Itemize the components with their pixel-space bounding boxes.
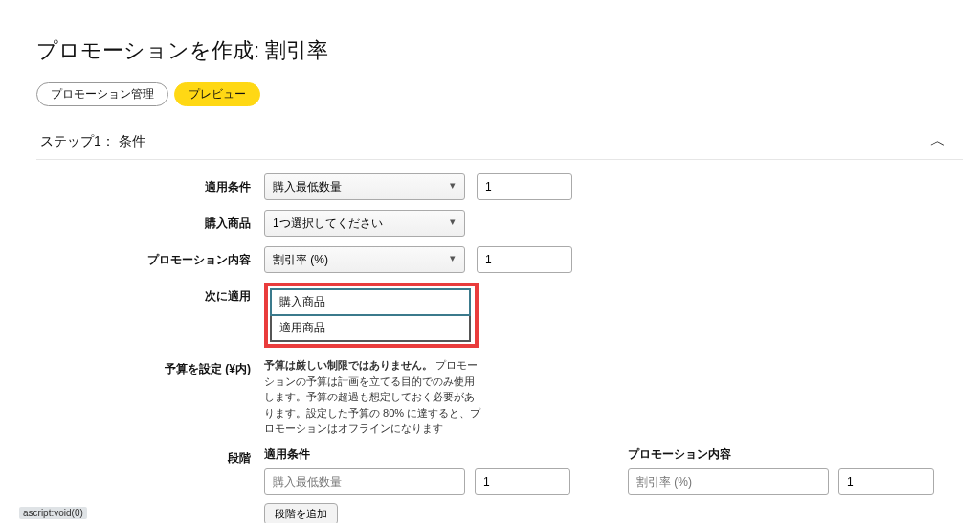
label-budget: 予算を設定 (¥内) bbox=[54, 355, 264, 377]
input-tier-promo-value[interactable] bbox=[838, 468, 934, 495]
input-promo-value[interactable] bbox=[477, 246, 572, 273]
pill-promotion-manage[interactable]: プロモーション管理 bbox=[36, 82, 168, 106]
pill-preview[interactable]: プレビュー bbox=[174, 82, 260, 106]
section-title: ステップ1： 条件 bbox=[40, 133, 145, 150]
pill-nav: プロモーション管理 プレビュー bbox=[36, 82, 963, 106]
input-tier-condition-value[interactable] bbox=[475, 468, 570, 495]
add-tier-button[interactable]: 段階を追加 bbox=[264, 503, 338, 524]
chevron-up-icon: ︿ bbox=[930, 131, 955, 151]
option-purchased-products[interactable]: 購入商品 bbox=[270, 288, 471, 316]
page-title: プロモーションを作成: 割引率 bbox=[36, 36, 963, 65]
select-product[interactable]: 1つ選択してください bbox=[264, 210, 465, 237]
input-tier-promo-type[interactable] bbox=[628, 468, 829, 495]
select-condition[interactable]: 購入最低数量 bbox=[264, 173, 465, 200]
option-applied-products[interactable]: 適用商品 bbox=[270, 316, 471, 342]
form-body: 適用条件 購入最低数量 購入商品 1つ選択してください bbox=[36, 170, 963, 523]
label-product: 購入商品 bbox=[54, 210, 264, 232]
label-apply-next: 次に適用 bbox=[54, 283, 264, 305]
label-promo: プロモーション内容 bbox=[54, 246, 264, 268]
label-condition: 適用条件 bbox=[54, 173, 264, 195]
highlight-box: 購入商品 適用商品 bbox=[264, 283, 479, 348]
tier-condition-label: 適用条件 bbox=[264, 446, 570, 463]
input-tier-condition-type[interactable] bbox=[264, 468, 465, 495]
select-promo-type[interactable]: 割引率 (%) bbox=[264, 246, 465, 273]
status-text: ascript:void(0) bbox=[19, 507, 87, 519]
budget-hint: 予算は厳しい制限ではありません。 プロモーションの予算は計画を立てる目的でのみ使… bbox=[264, 357, 484, 437]
label-tier: 段階 bbox=[54, 446, 264, 466]
section-header-step1[interactable]: ステップ1： 条件 ︿ bbox=[36, 124, 963, 160]
tier-promo-label: プロモーション内容 bbox=[628, 446, 934, 463]
dropdown-apply-next[interactable]: 購入商品 適用商品 bbox=[270, 288, 471, 342]
input-condition-qty[interactable] bbox=[477, 173, 572, 200]
